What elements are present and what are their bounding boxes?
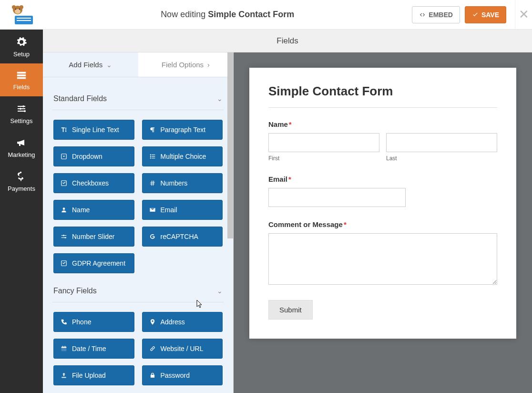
group-title: Standard Fields bbox=[53, 94, 107, 103]
field-label: Email bbox=[161, 206, 177, 214]
name-label: Name* bbox=[268, 120, 497, 128]
dollar-icon bbox=[16, 171, 27, 182]
form-preview-area: Simple Contact Form Name* First Last bbox=[234, 52, 532, 393]
upload-icon bbox=[61, 372, 67, 379]
field-label: Website / URL bbox=[161, 345, 204, 352]
field-recaptcha[interactable]: reCAPTCHA bbox=[142, 227, 223, 247]
tab-field-options[interactable]: Field Options › bbox=[138, 52, 234, 77]
chevron-right-icon: › bbox=[207, 61, 210, 69]
close-button[interactable]: ✕ bbox=[515, 0, 532, 29]
fields-panel: Add Fields ⌄ Field Options › Standard Fi… bbox=[43, 52, 234, 393]
field-label: Name bbox=[72, 206, 90, 214]
field-checkboxes[interactable]: Checkboxes bbox=[53, 173, 134, 193]
bullhorn-icon bbox=[16, 137, 27, 148]
field-single-line-text[interactable]: Single Line Text bbox=[53, 120, 134, 140]
field-name: Name* First Last bbox=[268, 120, 497, 162]
email-input[interactable] bbox=[268, 188, 406, 207]
google-icon bbox=[149, 233, 156, 240]
paragraph-icon bbox=[149, 126, 156, 133]
code-icon bbox=[419, 11, 426, 18]
field-number-slider[interactable]: Number Slider bbox=[53, 227, 134, 247]
editing-form-name: Simple Contact Form bbox=[208, 10, 294, 19]
chevron-down-icon: ⌄ bbox=[217, 287, 223, 295]
top-actions: EMBED SAVE bbox=[412, 6, 515, 23]
embed-label: EMBED bbox=[429, 11, 453, 19]
sliders-icon bbox=[16, 103, 27, 114]
divider bbox=[268, 107, 497, 108]
field-label: Dropdown bbox=[72, 153, 102, 160]
svg-rect-30 bbox=[17, 20, 31, 21]
calendar-icon bbox=[61, 345, 67, 352]
gear-icon bbox=[16, 36, 27, 48]
field-label: Single Line Text bbox=[72, 126, 119, 134]
form-title: Simple Contact Form bbox=[268, 84, 497, 99]
check-icon bbox=[472, 11, 479, 18]
field-website-url[interactable]: Website / URL bbox=[142, 339, 223, 359]
group-grid: PhoneAddressDate / TimeWebsite / URLFile… bbox=[52, 302, 224, 390]
last-name-input[interactable] bbox=[386, 133, 497, 152]
svg-point-27 bbox=[19, 8, 20, 9]
user-icon bbox=[61, 207, 67, 213]
section-title: Fields bbox=[43, 30, 532, 52]
nav-fields[interactable]: Fields bbox=[0, 63, 43, 96]
form-card[interactable]: Simple Contact Form Name* First Last bbox=[249, 68, 516, 339]
required-asterisk: * bbox=[288, 175, 291, 183]
check-square-icon bbox=[61, 180, 67, 186]
field-label: Numbers bbox=[161, 179, 188, 187]
field-date-time[interactable]: Date / Time bbox=[53, 339, 134, 359]
link-icon bbox=[149, 345, 156, 352]
group-title: Fancy Fields bbox=[53, 287, 97, 295]
field-paragraph-text[interactable]: Paragraph Text bbox=[142, 120, 223, 140]
editing-title: Now editing Simple Contact Form bbox=[43, 10, 412, 20]
field-label: Multiple Choice bbox=[161, 153, 206, 160]
caret-square-icon bbox=[61, 153, 67, 160]
svg-point-25 bbox=[15, 9, 20, 14]
save-button[interactable]: SAVE bbox=[465, 6, 506, 23]
nav-payments[interactable]: Payments bbox=[0, 164, 43, 198]
field-label: Password bbox=[161, 372, 190, 379]
svg-point-23 bbox=[12, 5, 16, 9]
chevron-down-icon: ⌄ bbox=[106, 61, 112, 69]
text-height-icon bbox=[61, 126, 67, 133]
required-asterisk: * bbox=[344, 220, 347, 228]
field-name[interactable]: Name bbox=[53, 200, 134, 220]
group-header[interactable]: Standard Fields⌄ bbox=[52, 86, 224, 110]
nav-settings[interactable]: Settings bbox=[0, 96, 43, 130]
group-header[interactable]: Fancy Fields⌄ bbox=[52, 278, 224, 302]
field-gdpr-agreement[interactable]: GDPR Agreement bbox=[53, 253, 134, 273]
chevron-down-icon: ⌄ bbox=[217, 95, 223, 103]
field-numbers[interactable]: Numbers bbox=[142, 173, 223, 193]
nav-settings-label: Settings bbox=[10, 117, 33, 124]
last-sublabel: Last bbox=[386, 155, 497, 162]
comment-textarea[interactable] bbox=[268, 233, 497, 285]
field-label: Date / Time bbox=[72, 345, 106, 352]
email-label: Email* bbox=[268, 175, 497, 183]
check-square-icon bbox=[61, 260, 67, 267]
editing-prefix: Now editing bbox=[161, 10, 208, 19]
nav-setup[interactable]: Setup bbox=[0, 30, 43, 63]
field-dropdown[interactable]: Dropdown bbox=[53, 146, 134, 166]
nav-marketing[interactable]: Marketing bbox=[0, 130, 43, 164]
envelope-icon bbox=[149, 207, 156, 213]
submit-button[interactable]: Submit bbox=[268, 300, 313, 320]
nav-setup-label: Setup bbox=[13, 51, 30, 58]
hash-icon bbox=[149, 180, 156, 186]
field-label: reCAPTCHA bbox=[161, 233, 198, 240]
map-marker-icon bbox=[149, 319, 156, 325]
field-file-upload[interactable]: File Upload bbox=[53, 365, 134, 385]
svg-rect-29 bbox=[17, 18, 31, 19]
field-email[interactable]: Email bbox=[142, 200, 223, 220]
field-multiple-choice[interactable]: Multiple Choice bbox=[142, 146, 223, 166]
field-password[interactable]: Password bbox=[142, 365, 223, 385]
svg-point-26 bbox=[15, 8, 16, 9]
embed-button[interactable]: EMBED bbox=[412, 6, 460, 23]
sliders-h-icon bbox=[61, 233, 67, 240]
top-bar: Now editing Simple Contact Form EMBED SA… bbox=[0, 0, 532, 30]
tab-add-fields[interactable]: Add Fields ⌄ bbox=[43, 52, 138, 77]
field-label: File Upload bbox=[72, 372, 106, 379]
comment-label: Comment or Message* bbox=[268, 220, 497, 228]
first-name-input[interactable] bbox=[268, 133, 379, 152]
field-phone[interactable]: Phone bbox=[53, 312, 134, 332]
logo bbox=[0, 4, 43, 25]
field-address[interactable]: Address bbox=[142, 312, 223, 332]
